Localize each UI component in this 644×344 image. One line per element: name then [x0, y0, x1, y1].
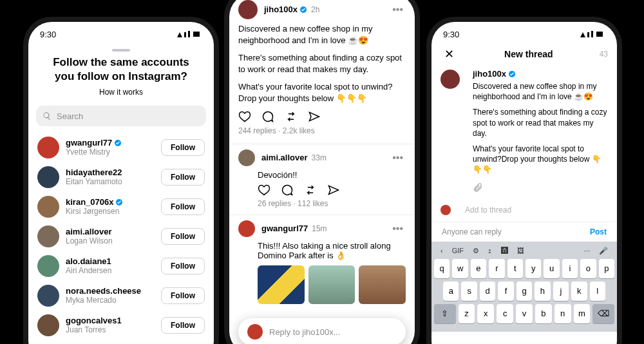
compose-area[interactable]: jiho100x Discovered a new coffee shop in… — [431, 64, 617, 201]
key[interactable]: y — [526, 259, 541, 278]
reply-more-icon[interactable]: ••• — [390, 155, 406, 160]
key[interactable]: x — [477, 304, 494, 323]
share-icon[interactable] — [308, 110, 321, 123]
suggestion-username[interactable]: aimi.allover — [66, 227, 112, 237]
how-it-works-link[interactable]: How it works — [28, 88, 214, 97]
follow-button[interactable]: Follow — [161, 139, 205, 156]
image-thumb[interactable] — [258, 265, 305, 304]
repost-icon[interactable] — [304, 184, 317, 196]
post-username[interactable]: jiho100x — [264, 5, 298, 15]
avatar[interactable] — [37, 137, 59, 158]
post-button[interactable]: Post — [590, 227, 607, 236]
kbd-tool[interactable]: 🖼 — [517, 247, 524, 254]
key[interactable]: b — [535, 304, 552, 323]
suggestion-username[interactable]: nora.needs.cheese — [66, 287, 141, 296]
key[interactable]: f — [498, 282, 513, 301]
keyboard-toolbar: ‹GIF⚙⩲🅰🖼···🎤 — [434, 244, 614, 259]
post-stats[interactable]: 244 replies · 2.2k likes — [238, 126, 406, 136]
comment-icon[interactable] — [281, 184, 294, 196]
suggestion-username[interactable]: alo.daiane1 — [66, 257, 111, 267]
key[interactable]: h — [535, 282, 550, 301]
composer-header: ✕ New thread 43 — [431, 44, 617, 64]
key[interactable]: p — [599, 259, 614, 278]
key[interactable]: n — [554, 304, 571, 323]
key[interactable]: m — [574, 304, 591, 323]
close-icon[interactable]: ✕ — [440, 50, 458, 58]
avatar[interactable] — [37, 225, 59, 247]
repost-icon[interactable] — [285, 110, 298, 123]
key[interactable]: g — [516, 282, 532, 301]
key[interactable]: o — [580, 259, 596, 278]
kbd-tool[interactable]: ⚙ — [473, 247, 479, 255]
avatar[interactable] — [37, 285, 59, 307]
key[interactable]: c — [497, 304, 513, 323]
follow-button[interactable]: Follow — [161, 228, 205, 245]
suggestion-username[interactable]: gogoncalves1 — [66, 316, 122, 326]
suggestion-username[interactable]: kiran_0706x — [66, 198, 113, 207]
sheet-handle-icon[interactable] — [112, 49, 130, 52]
suggestion-fullname: Logan Wilson — [66, 237, 113, 246]
key[interactable]: d — [480, 282, 495, 301]
reply-input[interactable]: Reply to jiho100x... — [238, 318, 406, 344]
key[interactable]: j — [553, 282, 569, 301]
image-thumb[interactable] — [308, 265, 355, 304]
compose-username: jiho100x — [473, 70, 506, 79]
status-time: 9:30 — [443, 30, 459, 39]
key[interactable]: s — [461, 282, 477, 301]
status-bar: 9:30 — [431, 22, 617, 44]
key[interactable]: l — [590, 282, 605, 301]
suggestion-username[interactable]: gwangurl77 — [66, 139, 112, 148]
kbd-tool[interactable]: ··· — [584, 247, 590, 254]
key[interactable]: w — [452, 259, 468, 278]
search-input[interactable]: Search — [36, 106, 206, 126]
avatar[interactable] — [37, 196, 59, 218]
avatar[interactable] — [37, 255, 59, 277]
follow-button[interactable]: Follow — [161, 169, 205, 186]
comment-icon[interactable] — [261, 110, 274, 123]
reply-visibility[interactable]: Anyone can reply — [442, 227, 502, 236]
reply-more-icon[interactable]: ••• — [390, 226, 406, 231]
suggestion-username[interactable]: hidayathere22 — [66, 168, 122, 178]
key[interactable]: r — [489, 259, 504, 278]
suggestion-fullname: Yvette Mistry — [66, 148, 122, 157]
avatar[interactable] — [238, 149, 255, 166]
key[interactable]: q — [434, 259, 450, 278]
reply-username[interactable]: aimi.allover — [261, 153, 308, 163]
avatar[interactable] — [238, 0, 258, 19]
avatar[interactable] — [37, 314, 59, 336]
key[interactable]: i — [562, 259, 578, 278]
key[interactable]: z — [459, 304, 475, 323]
key[interactable]: a — [443, 282, 459, 301]
key[interactable]: ⌫ — [592, 304, 614, 323]
key[interactable]: u — [544, 259, 559, 278]
avatar[interactable] — [238, 220, 255, 237]
follow-button[interactable]: Follow — [161, 198, 205, 215]
avatar[interactable] — [37, 166, 59, 188]
follow-button[interactable]: Follow — [161, 317, 205, 334]
kbd-tool[interactable]: 🅰 — [501, 247, 508, 254]
status-icons — [176, 30, 202, 39]
reply-username[interactable]: gwangurl77 — [261, 224, 308, 234]
reply-stats[interactable]: 26 replies · 112 likes — [258, 199, 406, 208]
post-more-icon[interactable]: ••• — [390, 7, 406, 12]
kbd-tool[interactable]: ‹ — [440, 247, 443, 254]
like-icon[interactable] — [238, 110, 251, 123]
add-to-thread[interactable]: Add to thread — [431, 201, 617, 222]
suggestion-row: aimi.allover Logan Wilson Follow — [28, 222, 214, 251]
kbd-tool[interactable]: ⩲ — [488, 247, 492, 254]
suggestion-row: gwangurl77 Yvette Mistry Follow — [28, 133, 214, 162]
attach-icon[interactable] — [473, 182, 483, 193]
key[interactable]: e — [471, 259, 486, 278]
like-icon[interactable] — [258, 184, 270, 196]
key[interactable]: t — [507, 259, 523, 278]
share-icon[interactable] — [327, 184, 340, 196]
key[interactable]: k — [571, 282, 587, 301]
key[interactable]: ⇧ — [434, 304, 456, 323]
follow-button[interactable]: Follow — [161, 287, 205, 304]
kbd-tool[interactable]: GIF — [452, 247, 464, 254]
image-thumb[interactable] — [359, 265, 406, 304]
kbd-tool[interactable]: 🎤 — [599, 247, 608, 255]
key[interactable]: v — [516, 304, 533, 323]
status-icons — [580, 30, 605, 39]
follow-button[interactable]: Follow — [161, 258, 205, 274]
